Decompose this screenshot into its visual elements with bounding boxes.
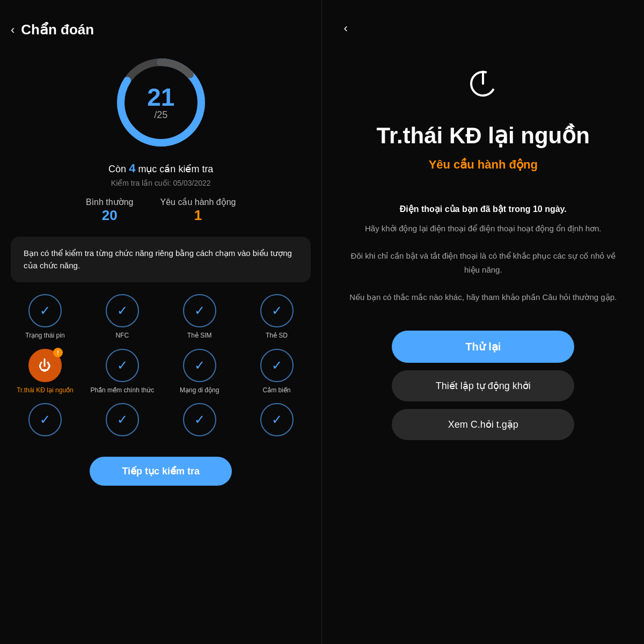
checkmark-icon: ✓ <box>40 303 50 318</box>
action-buttons: Thử lại Thiết lập tự động khởi Xem C.hỏi… <box>343 331 623 440</box>
right-back-button[interactable]: ‹ <box>343 21 347 35</box>
action-required-label: Yêu cầu hành động <box>429 158 538 172</box>
action-label: Yêu cầu hành động <box>160 197 236 207</box>
check-label-restart: Tr.thái KĐ lại nguồn <box>17 386 74 395</box>
check-label-network: Mạng di động <box>180 386 219 395</box>
check-label-software: Phần mềm chính thức <box>90 386 154 395</box>
check-item-nfc[interactable]: ✓ NFC <box>88 294 157 340</box>
check-item-extra2[interactable]: ✓ <box>88 403 157 441</box>
check-item-extra3[interactable]: ✓ <box>165 403 234 441</box>
checkmark-icon: ✓ <box>272 358 282 373</box>
donut-total: /25 <box>147 109 174 121</box>
check-label-battery: Trạng thái pin <box>25 332 64 340</box>
check-label-sim: Thẻ SIM <box>187 332 212 340</box>
check-item-software[interactable]: ✓ Phần mềm chính thức <box>88 349 157 395</box>
power-icon-large <box>467 68 499 106</box>
description-block: Điện thoại của bạn đã bật trong 10 ngày.… <box>343 204 623 304</box>
left-header: ‹ Chẩn đoán <box>11 21 311 38</box>
stats-highlight: 4 <box>129 162 135 175</box>
checkmark-icon: ✓ <box>272 303 282 318</box>
check-circle-extra1: ✓ <box>28 403 62 436</box>
checkmark-icon: ✓ <box>117 412 128 427</box>
right-header: ‹ <box>343 21 623 35</box>
check-circle-software: ✓ <box>106 349 139 382</box>
checkmark-icon: ✓ <box>117 303 128 318</box>
check-circle-sensor: ✓ <box>260 349 294 382</box>
checkmark-icon: ✓ <box>194 412 205 427</box>
check-item-sd[interactable]: ✓ Thẻ SD <box>243 294 311 340</box>
check-circle-sim: ✓ <box>183 294 216 327</box>
normal-label: Bình thường <box>86 197 134 207</box>
check-item-battery[interactable]: ✓ Trạng thái pin <box>11 294 79 340</box>
check-item-restart[interactable]: ⏻ ! Tr.thái KĐ lại nguồn <box>11 349 79 395</box>
checkmark-icon: ✓ <box>272 412 282 427</box>
checkmark-icon: ✓ <box>117 358 128 373</box>
auto-restart-button[interactable]: Thiết lập tự động khởi <box>392 370 574 401</box>
check-circle-sd: ✓ <box>260 294 294 327</box>
check-grid: ✓ Trạng thái pin ✓ NFC ✓ Thẻ SIM ✓ Thẻ S… <box>11 294 311 441</box>
info-card: Bạn có thể kiểm tra từng chức năng riêng… <box>11 237 311 282</box>
retry-button[interactable]: Thử lại <box>392 331 574 363</box>
info-card-text: Bạn có thể kiểm tra từng chức năng riêng… <box>24 248 292 270</box>
desc-line-2: Đôi khi chỉ cần bật và tắt điện thoại là… <box>351 251 616 274</box>
donut-current: 21 <box>147 85 174 109</box>
stats-suffix: mục cần kiểm tra <box>135 164 213 174</box>
check-circle-nfc: ✓ <box>106 294 139 327</box>
action-value: 1 <box>194 207 202 224</box>
check-circle-extra2: ✓ <box>106 403 139 436</box>
stats-prefix: Còn <box>108 164 129 174</box>
check-item-extra4[interactable]: ✓ <box>243 403 311 441</box>
desc-line-1: Hãy khởi động lại điện thoại để điện tho… <box>365 224 602 233</box>
left-title: Chẩn đoán <box>21 21 94 38</box>
check-circle-battery: ✓ <box>28 294 62 327</box>
right-panel: ‹ Tr.thái KĐ lại nguồn Yêu cầu hành động… <box>322 0 644 644</box>
check-label-nfc: NFC <box>115 332 129 340</box>
check-circle-extra4: ✓ <box>260 403 294 436</box>
checkmark-icon: ✓ <box>194 303 205 318</box>
desc-normal: Hãy khởi động lại điện thoại để điện tho… <box>349 222 617 304</box>
check-circle-restart: ⏻ ! <box>28 349 62 382</box>
check-item-network[interactable]: ✓ Mạng di động <box>165 349 234 395</box>
checkmark-icon: ✓ <box>40 412 50 427</box>
power-icon: ⏻ <box>39 358 52 373</box>
check-item-extra1[interactable]: ✓ <box>11 403 79 441</box>
checkmark-icon: ✓ <box>194 358 205 373</box>
last-check: Kiểm tra lần cuối: 05/03/2022 <box>111 179 211 187</box>
check-circle-network: ✓ <box>183 349 216 382</box>
normal-value: 20 <box>102 207 118 224</box>
desc-line-3: Nếu bạn có thắc mắc nào khác, hãy tham k… <box>349 292 617 302</box>
check-item-sim[interactable]: ✓ Thẻ SIM <box>165 294 234 340</box>
check-label-sensor: Cảm biến <box>263 386 291 395</box>
normal-status: Bình thường 20 <box>86 197 134 224</box>
desc-bold: Điện thoại của bạn đã bật trong 10 ngày. <box>349 204 617 214</box>
donut-center: 21 /25 <box>147 85 174 121</box>
check-label-sd: Thẻ SD <box>266 332 288 340</box>
alert-badge: ! <box>53 348 63 357</box>
faq-button[interactable]: Xem C.hỏi t.gặp <box>392 409 574 440</box>
check-circle-extra3: ✓ <box>183 403 216 436</box>
left-back-button[interactable]: ‹ <box>11 23 14 37</box>
donut-chart: 21 /25 <box>113 54 209 151</box>
status-row: Bình thường 20 Yêu cầu hành động 1 <box>86 197 236 224</box>
check-item-sensor[interactable]: ✓ Cảm biến <box>243 349 311 395</box>
action-status: Yêu cầu hành động 1 <box>160 197 236 224</box>
main-title: Tr.thái KĐ lại nguồn <box>377 122 590 149</box>
stats-text: Còn 4 mục cần kiểm tra <box>108 162 213 175</box>
continue-button[interactable]: Tiếp tục kiểm tra <box>90 457 232 486</box>
left-panel: ‹ Chẩn đoán 21 /25 Còn 4 mục cần kiểm tr… <box>0 0 321 644</box>
